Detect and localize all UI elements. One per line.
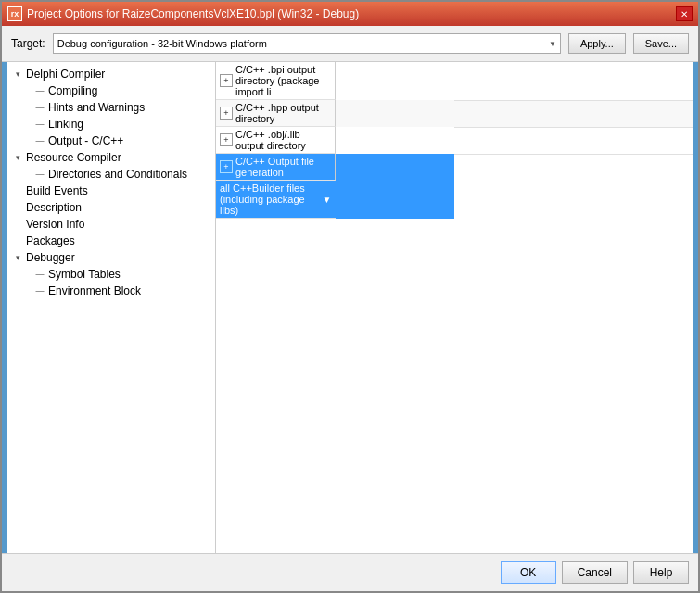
dropdown-arrow-icon: ▼ bbox=[549, 40, 556, 48]
cancel-button[interactable]: Cancel bbox=[562, 561, 628, 584]
tree-child-directories: — Directories and Conditionals bbox=[7, 166, 215, 183]
leaf-icon: — bbox=[33, 101, 46, 114]
prop-value-output[interactable]: all C++Builder files (including package … bbox=[216, 181, 336, 219]
dialog-window: rx Project Options for RaizeComponentsVc… bbox=[0, 0, 700, 593]
spacer bbox=[11, 218, 24, 231]
tree-item-compiling[interactable]: — Compiling bbox=[33, 82, 215, 99]
tree-item-version-info[interactable]: Version Info bbox=[7, 216, 215, 233]
prop-label: C/C++ Output file generation bbox=[235, 156, 331, 178]
spacer bbox=[11, 201, 24, 214]
target-dropdown-value: Debug configuration - 32-bit Windows pla… bbox=[57, 38, 267, 49]
tree-label: Build Events bbox=[24, 184, 88, 197]
tree-label: Environment Block bbox=[46, 284, 141, 297]
prop-label: C/C++ .obj/.lib output directory bbox=[235, 129, 331, 151]
table-row-selected[interactable]: + C/C++ Output file generation all C++Bu… bbox=[216, 154, 693, 219]
expand-icon: ▾ bbox=[11, 251, 24, 264]
save-button[interactable]: Save... bbox=[633, 33, 689, 54]
tree-label: Version Info bbox=[24, 218, 84, 231]
prop-name-bpi: + C/C++ .bpi output directory (package i… bbox=[216, 62, 336, 100]
tree-label: Linking bbox=[46, 118, 83, 131]
properties-table: + C/C++ .bpi output directory (package i… bbox=[216, 62, 693, 219]
expand-icon: ▾ bbox=[11, 68, 24, 81]
tree-child-symbol-tables: — Symbol Tables bbox=[7, 266, 215, 283]
tree-item-delphi-compiler[interactable]: ▾ Delphi Compiler bbox=[7, 66, 215, 82]
main-area: ▾ Delphi Compiler — Compiling bbox=[2, 61, 698, 553]
leaf-icon: — bbox=[33, 118, 46, 131]
tree-item-directories[interactable]: — Directories and Conditionals bbox=[33, 166, 215, 183]
expand-icon[interactable]: + bbox=[220, 160, 233, 173]
tree-item-linking[interactable]: — Linking bbox=[33, 116, 215, 132]
tree-item-description[interactable]: Description bbox=[7, 199, 215, 216]
app-icon: rx bbox=[7, 6, 22, 21]
tree-label: Delphi Compiler bbox=[24, 68, 105, 81]
ok-button[interactable]: OK bbox=[501, 561, 556, 584]
apply-button[interactable]: Apply... bbox=[568, 33, 626, 54]
title-bar-left: rx Project Options for RaizeComponentsVc… bbox=[7, 6, 359, 21]
tree-label: Hints and Warnings bbox=[46, 101, 145, 114]
dialog-title: Project Options for RaizeComponentsVclXE… bbox=[27, 7, 359, 20]
right-accent bbox=[693, 62, 698, 553]
tree-label: Output - C/C++ bbox=[46, 134, 123, 147]
tree-label: Directories and Conditionals bbox=[46, 168, 187, 181]
spacer bbox=[11, 184, 24, 197]
tree-item-hints-warnings[interactable]: — Hints and Warnings bbox=[33, 99, 215, 116]
prop-name-output: + C/C++ Output file generation bbox=[216, 154, 336, 181]
tree-label: Packages bbox=[24, 234, 75, 247]
tree-label: Resource Compiler bbox=[24, 151, 121, 164]
top-bar: Target: Debug configuration - 32-bit Win… bbox=[2, 26, 698, 61]
tree-child-environment-block: — Environment Block bbox=[7, 283, 215, 299]
expand-icon[interactable]: + bbox=[220, 74, 233, 87]
table-row[interactable]: + C/C++ .obj/.lib output directory bbox=[216, 127, 693, 154]
tree-item-output-c[interactable]: — Output - C/C++ bbox=[33, 132, 215, 149]
table-row[interactable]: + C/C++ .hpp output directory bbox=[216, 100, 693, 127]
prop-value-hpp[interactable] bbox=[454, 100, 693, 127]
tree-item-packages[interactable]: Packages bbox=[7, 233, 215, 249]
title-bar-controls: ✕ bbox=[676, 6, 693, 21]
tree-panel: ▾ Delphi Compiler — Compiling bbox=[7, 62, 216, 553]
tree-label: Description bbox=[24, 201, 82, 214]
prop-value-text: all C++Builder files (including package … bbox=[220, 183, 323, 216]
tree-item-debugger[interactable]: ▾ Debugger bbox=[7, 249, 215, 266]
tree-label: Symbol Tables bbox=[46, 268, 121, 281]
tree-child-output-c: — Output - C/C++ bbox=[7, 132, 215, 149]
tree-label: Compiling bbox=[46, 84, 97, 97]
title-bar: rx Project Options for RaizeComponentsVc… bbox=[2, 2, 698, 26]
table-row[interactable]: + C/C++ .bpi output directory (package i… bbox=[216, 62, 693, 100]
help-button[interactable]: Help bbox=[633, 561, 689, 584]
tree-child-hints-warnings: — Hints and Warnings bbox=[7, 99, 215, 116]
expand-icon: ▾ bbox=[11, 151, 24, 164]
tree-item-environment-block[interactable]: — Environment Block bbox=[33, 283, 215, 299]
tree-item-build-events[interactable]: Build Events bbox=[7, 183, 215, 199]
spacer bbox=[11, 234, 24, 247]
close-button[interactable]: ✕ bbox=[676, 6, 693, 21]
footer: OK Cancel Help bbox=[2, 553, 698, 591]
prop-name-obj: + C/C++ .obj/.lib output directory bbox=[216, 127, 336, 154]
dialog-content: Target: Debug configuration - 32-bit Win… bbox=[2, 26, 698, 591]
tree-label: Debugger bbox=[24, 251, 75, 264]
leaf-icon: — bbox=[33, 134, 46, 147]
prop-label: C/C++ .bpi output directory (package imp… bbox=[235, 64, 331, 97]
dropdown-icon[interactable]: ▼ bbox=[323, 195, 332, 205]
tree-child-compiling: — Compiling bbox=[7, 82, 215, 99]
tree-item-resource-compiler[interactable]: ▾ Resource Compiler bbox=[7, 149, 215, 166]
expand-icon[interactable]: + bbox=[220, 107, 233, 120]
expand-icon[interactable]: + bbox=[220, 133, 233, 146]
tree-child-linking: — Linking bbox=[7, 116, 215, 132]
target-label: Target: bbox=[11, 37, 45, 50]
prop-name-hpp: + C/C++ .hpp output directory bbox=[216, 100, 336, 127]
prop-value-obj[interactable] bbox=[454, 127, 693, 154]
prop-value-bpi[interactable] bbox=[454, 62, 693, 100]
leaf-icon: — bbox=[33, 84, 46, 97]
target-dropdown[interactable]: Debug configuration - 32-bit Windows pla… bbox=[53, 33, 561, 54]
properties-panel: + C/C++ .bpi output directory (package i… bbox=[216, 62, 693, 553]
tree-item-symbol-tables[interactable]: — Symbol Tables bbox=[33, 266, 215, 283]
leaf-icon: — bbox=[33, 268, 46, 281]
leaf-icon: — bbox=[33, 168, 46, 181]
prop-label: C/C++ .hpp output directory bbox=[235, 102, 331, 124]
leaf-icon: — bbox=[33, 284, 46, 297]
